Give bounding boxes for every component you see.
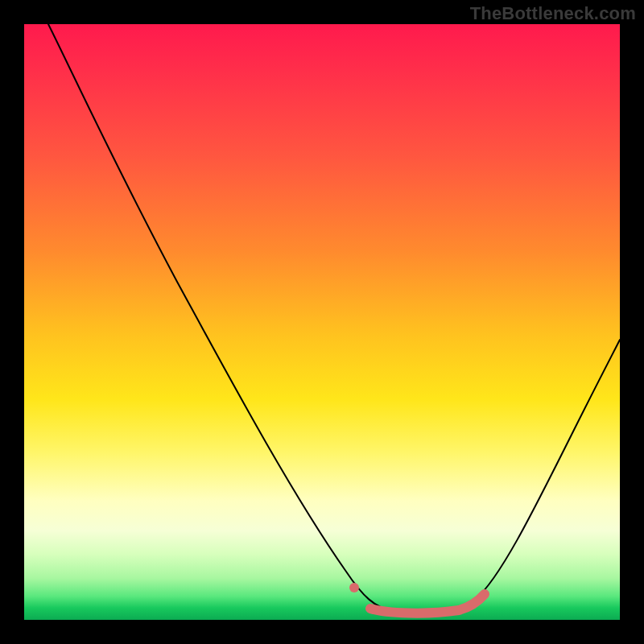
bottleneck-curve <box>24 24 620 620</box>
watermark-text: TheBottleneck.com <box>470 3 636 24</box>
curve-line <box>48 24 620 613</box>
chart-frame: TheBottleneck.com <box>0 0 644 644</box>
optimal-left-dot <box>349 583 359 592</box>
plot-area <box>24 24 620 620</box>
optimal-range-marker <box>370 594 485 613</box>
